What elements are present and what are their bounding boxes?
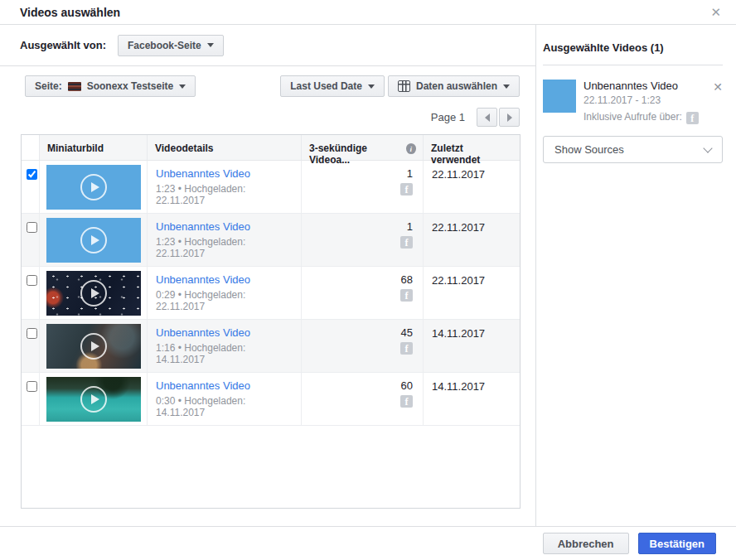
play-icon bbox=[80, 280, 107, 307]
caret-down-icon bbox=[368, 84, 375, 89]
last-used-date: 22.11.2017 bbox=[432, 168, 485, 181]
video-thumbnail[interactable] bbox=[46, 271, 141, 316]
video-title-link[interactable]: Unbenanntes Video bbox=[156, 220, 293, 233]
video-title-link[interactable]: Unbenanntes Video bbox=[156, 167, 293, 180]
next-page-button[interactable] bbox=[499, 108, 520, 127]
source-selector-bar: Ausgewählt von: Facebook-Seite bbox=[0, 25, 535, 66]
facebook-icon: f bbox=[686, 112, 699, 124]
caret-down-icon bbox=[207, 43, 214, 47]
play-triangle-icon bbox=[91, 394, 99, 404]
sort-dropdown[interactable]: Last Used Date bbox=[280, 75, 385, 97]
table-row[interactable]: Unbenanntes Video 1:16 • Hochgeladen: 14… bbox=[22, 320, 520, 373]
last-used-date: 22.11.2017 bbox=[432, 274, 485, 287]
row-checkbox[interactable] bbox=[27, 328, 37, 339]
table-header: Miniaturbild Videodetails 3-sekündige Vi… bbox=[22, 135, 520, 161]
table-row[interactable]: Unbenanntes Video 1:23 • Hochgeladen: 22… bbox=[22, 214, 520, 267]
video-title-link[interactable]: Unbenanntes Video bbox=[156, 379, 293, 392]
page-select-prefix: Seite: bbox=[35, 80, 62, 92]
prev-page-button[interactable] bbox=[477, 108, 497, 127]
dialog-footer: Abbrechen Bestätigen bbox=[0, 526, 736, 560]
views-count: 1 bbox=[302, 220, 413, 233]
row-checkbox[interactable] bbox=[27, 169, 37, 180]
video-title-link[interactable]: Unbenanntes Video bbox=[156, 273, 293, 286]
play-triangle-icon bbox=[91, 235, 99, 245]
last-used-date: 14.11.2017 bbox=[432, 380, 485, 393]
show-sources-dropdown[interactable]: Show Sources bbox=[543, 136, 723, 163]
sources-label: Inklusive Aufrufe über: bbox=[583, 111, 682, 123]
toolbar-right: Last Used Date Daten auswählen bbox=[280, 75, 520, 97]
info-icon[interactable]: i bbox=[406, 143, 416, 154]
row-checkbox-cell bbox=[22, 373, 40, 425]
table-row[interactable]: Unbenanntes Video 0:30 • Hochgeladen: 14… bbox=[22, 373, 520, 426]
row-last-used-cell: 14.11.2017 bbox=[424, 373, 520, 425]
date-range-label: Daten auswählen bbox=[416, 80, 497, 92]
date-range-dropdown[interactable]: Daten auswählen bbox=[388, 75, 520, 97]
cancel-button[interactable]: Abbrechen bbox=[543, 533, 629, 554]
video-meta: 1:16 • Hochgeladen: 14.11.2017 bbox=[156, 342, 293, 365]
pagination-buttons bbox=[477, 108, 520, 127]
selected-video-meta: 22.11.2017 - 1:23 bbox=[583, 94, 713, 106]
row-checkbox-cell bbox=[22, 161, 40, 213]
row-views-cell: 68 f bbox=[302, 267, 424, 319]
facebook-icon: f bbox=[400, 236, 413, 249]
row-checkbox-cell bbox=[22, 267, 40, 319]
page-select-dropdown[interactable]: Seite: Soonexx Testseite bbox=[25, 75, 196, 97]
main-pane: Ausgewählt von: Facebook-Seite Seite: So… bbox=[0, 25, 536, 526]
header-details: Videodetails bbox=[148, 135, 302, 160]
remove-selected-icon[interactable]: ✕ bbox=[713, 81, 723, 124]
row-details-cell: Unbenanntes Video 1:23 • Hochgeladen: 22… bbox=[148, 161, 302, 213]
caret-down-icon bbox=[503, 84, 510, 89]
confirm-button[interactable]: Bestätigen bbox=[638, 533, 716, 554]
row-details-cell: Unbenanntes Video 0:30 • Hochgeladen: 14… bbox=[148, 373, 302, 425]
table-row[interactable]: Unbenanntes Video 1:23 • Hochgeladen: 22… bbox=[22, 161, 520, 214]
last-used-date: 14.11.2017 bbox=[432, 327, 485, 340]
table-row[interactable]: Unbenanntes Video 0:29 • Hochgeladen: 22… bbox=[22, 267, 520, 320]
play-triangle-icon bbox=[91, 341, 99, 351]
selected-from-label: Ausgewählt von: bbox=[20, 39, 106, 51]
row-checkbox[interactable] bbox=[27, 381, 37, 392]
video-thumbnail[interactable] bbox=[46, 218, 141, 263]
selected-video-title: Unbenanntes Video bbox=[583, 80, 713, 92]
row-thumbnail-cell bbox=[40, 161, 148, 213]
video-thumbnail[interactable] bbox=[46, 377, 141, 422]
play-icon bbox=[80, 386, 107, 413]
video-thumbnail[interactable] bbox=[46, 165, 141, 210]
dialog-title: Videos auswählen bbox=[20, 6, 120, 19]
source-dropdown[interactable]: Facebook-Seite bbox=[118, 35, 224, 56]
row-thumbnail-cell bbox=[40, 320, 148, 372]
video-title-link[interactable]: Unbenanntes Video bbox=[156, 326, 293, 339]
pagination: Page 1 bbox=[0, 108, 520, 127]
row-checkbox[interactable] bbox=[27, 222, 37, 233]
header-thumbnail: Miniaturbild bbox=[40, 135, 148, 160]
page-select-value: Soonexx Testseite bbox=[87, 80, 173, 92]
selected-video-sources: Inklusive Aufrufe über: f bbox=[583, 109, 713, 124]
selected-video-item: Unbenanntes Video 22.11.2017 - 1:23 Inkl… bbox=[543, 80, 723, 124]
arrow-left-icon bbox=[485, 113, 490, 122]
page-indicator: Page 1 bbox=[431, 111, 465, 123]
header-last-used: Zuletzt verwendet bbox=[424, 135, 520, 160]
row-last-used-cell: 22.11.2017 bbox=[424, 267, 520, 319]
row-checkbox[interactable] bbox=[27, 275, 37, 286]
page-avatar-icon bbox=[68, 82, 81, 91]
row-thumbnail-cell bbox=[40, 214, 148, 266]
facebook-icon: f bbox=[400, 289, 413, 302]
play-triangle-icon bbox=[91, 182, 99, 192]
sidebar-title: Ausgewählte Videos (1) bbox=[543, 41, 723, 54]
video-table-body: Unbenanntes Video 1:23 • Hochgeladen: 22… bbox=[22, 161, 520, 426]
play-icon bbox=[80, 333, 107, 360]
close-icon[interactable]: ✕ bbox=[710, 6, 721, 18]
views-count: 60 bbox=[302, 379, 413, 392]
video-thumbnail[interactable] bbox=[46, 324, 141, 369]
views-count: 68 bbox=[302, 273, 413, 286]
row-last-used-cell: 22.11.2017 bbox=[424, 214, 520, 266]
header-views: 3-sekündige Videoa... i bbox=[302, 135, 424, 160]
sidebar-divider bbox=[543, 65, 723, 65]
video-meta: 1:23 • Hochgeladen: 22.11.2017 bbox=[156, 183, 293, 206]
chevron-down-icon bbox=[703, 143, 712, 152]
video-table: Miniaturbild Videodetails 3-sekündige Vi… bbox=[21, 134, 521, 509]
selected-videos-sidebar: Ausgewählte Videos (1) Unbenanntes Video… bbox=[536, 25, 736, 526]
header-checkbox-cell bbox=[22, 135, 40, 160]
facebook-icon: f bbox=[400, 342, 413, 355]
play-icon bbox=[80, 174, 107, 200]
row-views-cell: 1 f bbox=[302, 214, 424, 266]
